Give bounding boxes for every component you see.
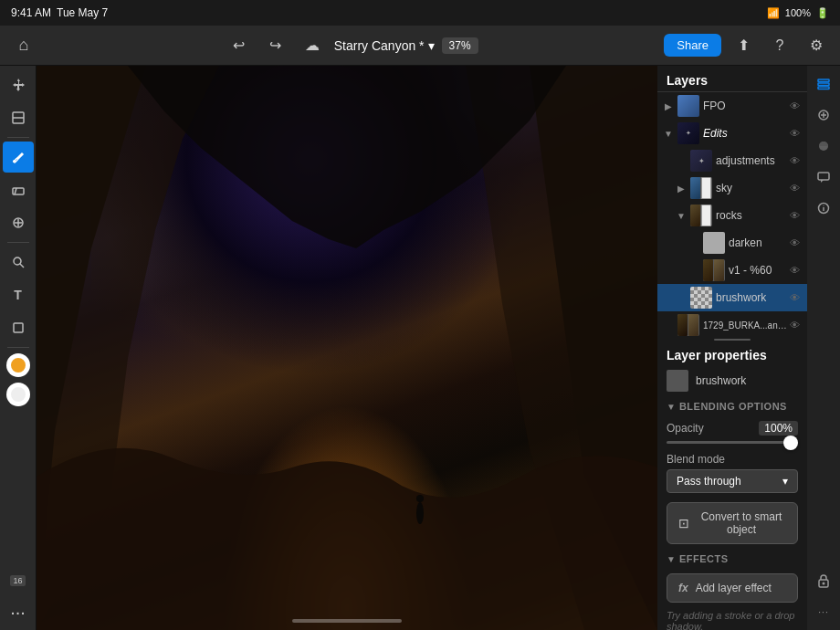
tool-eraser[interactable] — [3, 174, 34, 205]
effects-label: EFFECTS — [679, 553, 729, 564]
layer-item-base[interactable]: ▶ 1729_BURKA...anced-NR33 👁 — [657, 311, 807, 339]
layer-thumb-brushwork — [690, 287, 712, 309]
tool-separator-1 — [7, 137, 29, 138]
stars-overlay — [91, 66, 530, 376]
blend-mode-chevron-icon: ▾ — [782, 475, 788, 488]
main-area: T 16 ··· — [0, 66, 840, 630]
left-toolbar: T 16 ··· — [0, 66, 37, 630]
eye-icon-edits[interactable]: 👁 — [787, 126, 802, 141]
right-icon-info[interactable] — [809, 194, 838, 223]
svg-rect-15 — [818, 87, 829, 89]
more-tools-button[interactable]: ··· — [4, 597, 33, 626]
blending-options-header[interactable]: ▼ BLENDING OPTIONS — [657, 395, 807, 417]
svg-rect-10 — [14, 323, 23, 332]
layer-properties-header: Layer properties — [657, 341, 807, 366]
add-layer-effect-button[interactable]: fx Add layer effect — [667, 573, 798, 603]
blend-mode-label: Blend mode — [667, 453, 798, 466]
eye-icon-v1[interactable]: 👁 — [787, 263, 802, 278]
layer-name-edits: Edits — [703, 127, 787, 140]
expand-icon-rocks[interactable]: ▼ — [676, 210, 687, 221]
right-icon-more[interactable]: ··· — [809, 597, 838, 626]
svg-rect-13 — [818, 79, 829, 82]
tool-zoom[interactable] — [3, 247, 34, 278]
redo-button[interactable]: ↪ — [261, 31, 290, 60]
layer-thumb-rocks — [690, 205, 712, 226]
toolbar-center: ↩ ↪ ☁ Starry Canyon * ▾ 37% — [225, 31, 478, 60]
layer-item-sky[interactable]: ▶ sky 👁 — [657, 174, 807, 202]
convert-label: Convert to smart object — [697, 510, 786, 536]
right-icon-adjust[interactable] — [809, 131, 838, 161]
opacity-label: Opacity — [667, 422, 704, 435]
tool-select[interactable] — [3, 102, 34, 133]
canvas-area[interactable] — [37, 66, 657, 630]
export-button[interactable]: ⬆ — [729, 31, 758, 60]
layer-name-brushwork: brushwork — [716, 291, 787, 304]
bottom-glow — [223, 404, 471, 630]
layer-item-brushwork[interactable]: ▶ brushwork 👁 — [657, 284, 807, 311]
eye-icon-brushwork[interactable]: 👁 — [787, 290, 802, 305]
layer-properties-title: Layer properties — [667, 348, 767, 362]
layer-item-darken[interactable]: ▶ darken 👁 — [657, 229, 807, 257]
right-icon-lock[interactable] — [809, 566, 838, 595]
background-color — [9, 385, 27, 404]
layer-name-adjustments: adjustments — [716, 154, 787, 167]
expand-icon-fpo[interactable]: ▶ — [663, 100, 674, 111]
color-swatch-fg[interactable] — [6, 353, 30, 377]
eye-icon-base[interactable]: 👁 — [787, 318, 802, 332]
layer-name-fpo: FPO — [703, 100, 787, 112]
convert-icon: ⊡ — [678, 516, 689, 530]
effects-header[interactable]: ▼ EFFECTS — [657, 548, 807, 570]
svg-point-2 — [13, 160, 16, 163]
tool-clone[interactable] — [3, 207, 34, 238]
layer-item-fpo[interactable]: ▶ FPO 👁 — [657, 92, 807, 120]
opacity-slider-track[interactable] — [667, 441, 798, 444]
layer-thumb-adjustments: ✦ — [690, 150, 712, 172]
eye-icon-darken[interactable]: 👁 — [787, 236, 802, 250]
tool-text[interactable]: T — [3, 279, 34, 310]
layer-item-v1[interactable]: ▶ v1 - %60 👁 — [657, 257, 807, 284]
settings-button[interactable]: ⚙ — [802, 31, 831, 60]
eye-icon-adjustments[interactable]: 👁 — [787, 153, 802, 168]
layer-thumb-base — [677, 314, 699, 336]
share-button[interactable]: Share — [664, 34, 721, 57]
eye-icon-sky[interactable]: 👁 — [787, 181, 802, 195]
expand-icon-sky[interactable]: ▶ — [676, 183, 687, 194]
svg-line-9 — [20, 264, 24, 268]
opacity-slider-thumb[interactable] — [783, 436, 798, 450]
right-icon-layers[interactable] — [809, 69, 838, 99]
right-icon-comment[interactable] — [809, 163, 838, 192]
zoom-level[interactable]: 37% — [442, 37, 478, 54]
right-icon-add[interactable] — [809, 100, 838, 130]
eye-icon-rocks[interactable]: 👁 — [787, 208, 802, 223]
color-swatch-bg[interactable] — [6, 383, 30, 406]
layer-name-sky: sky — [716, 182, 787, 194]
effects-chevron-icon: ▼ — [667, 554, 676, 564]
canvas-image — [37, 66, 657, 630]
time-display: 9:41 AM — [11, 6, 51, 19]
svg-rect-20 — [818, 173, 829, 180]
layer-item-rocks[interactable]: ▼ rocks 👁 — [657, 202, 807, 229]
layer-props-row: brushwork — [657, 366, 807, 395]
toolbar-right: Share ⬆ ? ⚙ — [664, 31, 831, 60]
cloud-button[interactable]: ☁ — [298, 31, 327, 60]
eye-icon-fpo[interactable]: 👁 — [787, 99, 802, 113]
opacity-value[interactable]: 100% — [759, 421, 798, 436]
battery-icon: 🔋 — [816, 7, 829, 19]
undo-button[interactable]: ↩ — [225, 31, 254, 60]
blending-options-label: BLENDING OPTIONS — [679, 401, 787, 412]
tool-brush[interactable] — [3, 142, 34, 173]
tool-shape[interactable] — [3, 312, 34, 343]
home-button[interactable]: ⌂ — [9, 31, 38, 60]
tool-move[interactable] — [3, 69, 34, 100]
tool-separator-3 — [7, 347, 29, 348]
help-button[interactable]: ? — [765, 31, 794, 60]
layer-item-edits[interactable]: ▼ ✦ Edits 👁 — [657, 120, 807, 147]
layers-header: Layers — [657, 66, 807, 92]
brush-size-badge[interactable]: 16 — [10, 575, 25, 586]
convert-smart-object-button[interactable]: ⊡ Convert to smart object — [667, 502, 798, 544]
document-title-area[interactable]: Starry Canyon * ▾ — [334, 38, 435, 53]
blend-mode-select[interactable]: Pass through ▾ — [667, 469, 798, 493]
expand-icon-edits[interactable]: ▼ — [663, 128, 674, 139]
layer-thumb-fpo — [677, 95, 699, 117]
layer-item-adjustments[interactable]: ▶ ✦ adjustments 👁 — [657, 147, 807, 174]
